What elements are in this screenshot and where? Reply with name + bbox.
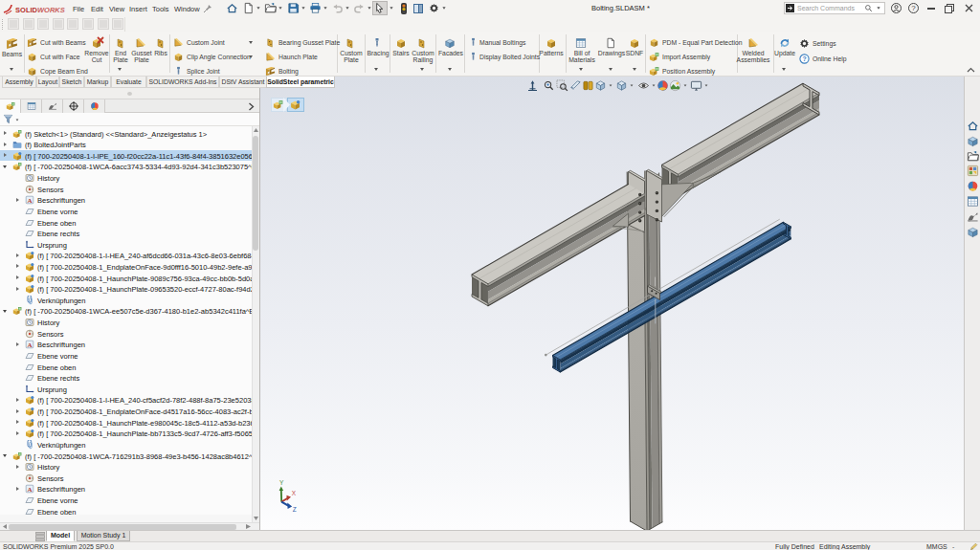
svg-text:Z: Z <box>293 506 297 513</box>
svg-text:X: X <box>292 490 297 496</box>
svg-text:Y: Y <box>279 479 284 486</box>
svg-text:?: ? <box>911 4 916 12</box>
